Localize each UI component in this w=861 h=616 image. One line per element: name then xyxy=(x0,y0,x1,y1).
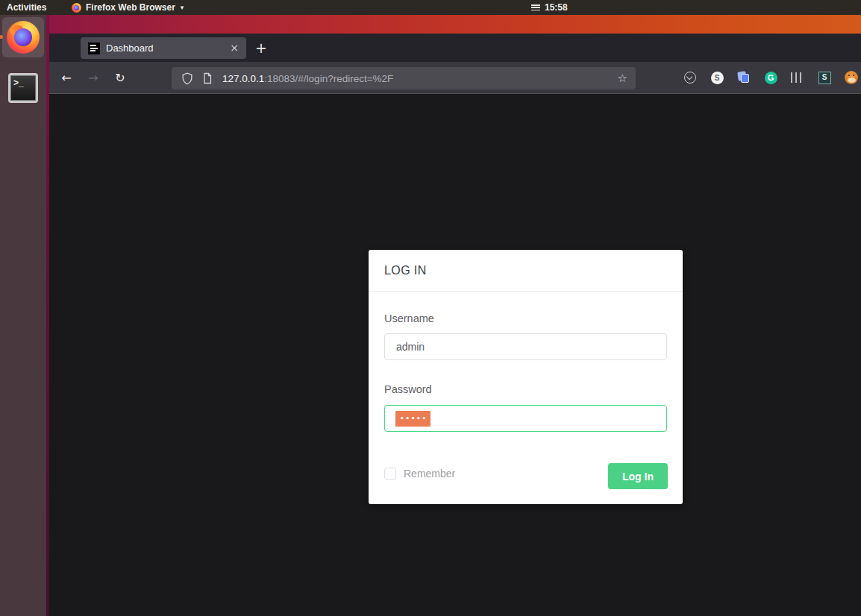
remember-label: Remember xyxy=(404,468,455,480)
page-content: LOG IN Username Password ••••• Remember … xyxy=(49,94,861,616)
dock-item-firefox[interactable] xyxy=(2,17,44,57)
password-selected-text: ••••• xyxy=(395,411,430,427)
dashboard-favicon xyxy=(88,43,100,54)
firefox-icon xyxy=(7,21,40,54)
tab-close-icon[interactable]: × xyxy=(227,41,242,56)
login-button[interactable]: Log In xyxy=(608,463,668,489)
tab-title: Dashboard xyxy=(106,43,227,54)
fence-icon xyxy=(791,72,804,83)
username-field[interactable] xyxy=(384,333,667,360)
extension-fence-button[interactable] xyxy=(790,70,805,85)
extension-grammarly-button[interactable]: G xyxy=(763,70,778,85)
forward-button: → xyxy=(84,69,103,88)
shield-icon[interactable] xyxy=(181,72,193,85)
pocket-icon xyxy=(684,72,696,84)
password-label: Password xyxy=(384,383,432,395)
dock-item-terminal[interactable]: >_ xyxy=(8,73,38,103)
app-menu-label: Firefox Web Browser xyxy=(86,2,175,13)
tab-bar: Dashboard × + xyxy=(49,34,861,62)
extension-shortkeys-button[interactable]: S xyxy=(710,70,724,85)
new-tab-button[interactable]: + xyxy=(252,40,270,57)
monkey-icon xyxy=(845,71,858,84)
login-card-title: LOG IN xyxy=(369,250,683,292)
clock[interactable]: 15:58 xyxy=(531,0,568,15)
s-circle-icon: S xyxy=(711,72,724,84)
url-host: 127.0.0.1 xyxy=(222,73,264,84)
remember-checkbox[interactable] xyxy=(384,468,396,480)
grammarly-icon: G xyxy=(765,72,777,84)
chevron-down-icon: ▾ xyxy=(181,4,184,11)
app-menu[interactable]: Firefox Web Browser ▾ xyxy=(72,0,184,15)
clock-time: 15:58 xyxy=(545,2,568,13)
username-label: Username xyxy=(384,312,434,324)
back-button[interactable]: ← xyxy=(57,69,76,88)
firefox-window: Dashboard × + ← → ↻ 127.0.0.1:18083/#/lo… xyxy=(49,34,861,616)
weekday-icon xyxy=(531,4,540,10)
extension-stylus-button[interactable]: S xyxy=(817,70,832,85)
reload-button[interactable]: ↻ xyxy=(110,69,130,88)
url-bar[interactable]: 127.0.0.1:18083/#/login?redirect=%2F ☆ xyxy=(172,67,636,89)
firefox-mini-icon xyxy=(72,3,81,13)
url-text[interactable]: 127.0.0.1:18083/#/login?redirect=%2F xyxy=(222,73,618,84)
dock: >_ xyxy=(0,15,46,616)
wallpaper-strip-top xyxy=(46,15,861,34)
gnome-top-bar: Activities Firefox Web Browser ▾ 15:58 xyxy=(0,0,861,15)
password-field[interactable]: ••••• xyxy=(384,405,667,432)
page-icon[interactable] xyxy=(202,72,213,84)
stylus-icon: S xyxy=(818,72,831,84)
tab-dashboard[interactable]: Dashboard × xyxy=(81,37,246,59)
extension-pocket-button[interactable] xyxy=(683,70,698,85)
extension-documents-button[interactable] xyxy=(736,70,751,85)
documents-icon xyxy=(738,72,750,84)
activities-button[interactable]: Activities xyxy=(7,0,46,15)
navigation-toolbar: ← → ↻ 127.0.0.1:18083/#/login?redirect=%… xyxy=(49,62,861,94)
screen: Activities Firefox Web Browser ▾ 15:58 >… xyxy=(0,0,861,616)
extension-monkey-button[interactable] xyxy=(844,70,859,85)
bookmark-star-icon[interactable]: ☆ xyxy=(618,72,627,85)
url-path: :18083/#/login?redirect=%2F xyxy=(264,73,393,84)
login-card: LOG IN Username Password ••••• Remember … xyxy=(369,250,683,504)
terminal-icon: >_ xyxy=(13,78,24,88)
remember-row: Remember xyxy=(384,468,455,480)
